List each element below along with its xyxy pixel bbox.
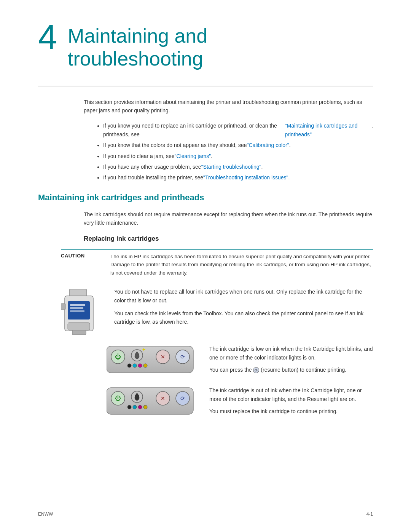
link-clearing-jams[interactable]: "Clearing jams": [175, 152, 211, 160]
svg-point-15: [133, 364, 137, 367]
svg-point-29: [143, 405, 147, 409]
chapter-number: 4: [38, 20, 57, 54]
chapter-header: 4 Maintaining and troubleshooting: [38, 23, 373, 70]
footer-right: 4-1: [366, 511, 373, 517]
cartridge-svg: [61, 289, 99, 337]
panel1-text: The ink cartridge is low on ink when the…: [209, 345, 373, 378]
svg-rect-4: [70, 307, 83, 309]
panel-image-out: ⏻ ✕ ⟳: [107, 386, 198, 417]
panel2-para1: The ink cartridge is out of ink when the…: [209, 386, 373, 403]
list-item: If you need to clear a jam, see "Clearin…: [97, 152, 373, 160]
svg-text:⏻: ⏻: [115, 353, 121, 360]
footer-left: ENWW: [38, 511, 53, 517]
cartridge-para2: You can check the ink levels from the To…: [114, 309, 373, 326]
list-item: If you have any other usage problem, see…: [97, 163, 373, 171]
control-panel-svg-out: ⏻ ✕ ⟳: [107, 386, 194, 416]
panel1-para2: You can press the ⟳ (resume button) to c…: [209, 366, 373, 374]
svg-text:✕: ✕: [161, 354, 165, 360]
svg-point-27: [133, 405, 137, 409]
svg-point-26: [127, 405, 131, 409]
link-starting-troubleshooting[interactable]: "Starting troubleshooting": [201, 163, 261, 171]
cartridge-para1: You do not have to replace all four ink …: [114, 288, 373, 305]
svg-point-17: [143, 364, 147, 367]
svg-text:✕: ✕: [161, 395, 165, 401]
panel-row-low-ink: ⏻ ✦ ✕ ⟳ The ink cartridge i: [107, 345, 373, 378]
svg-point-28: [138, 405, 142, 409]
svg-rect-3: [70, 304, 85, 306]
ink-cartridge-image: [61, 289, 103, 338]
intro-paragraph: This section provides information about …: [84, 98, 373, 115]
svg-rect-6: [68, 323, 90, 330]
panel2-text: The ink cartridge is out of ink when the…: [209, 386, 373, 419]
list-item: If you know that the colors do not appea…: [97, 141, 373, 149]
svg-text:⟳: ⟳: [180, 354, 185, 360]
cartridge-text-block: You do not have to replace all four ink …: [114, 288, 373, 331]
footer: ENWW 4-1: [38, 511, 373, 517]
section1-title: Maintaining ink cartridges and printhead…: [38, 193, 373, 203]
panel-row-out-ink: ⏻ ✕ ⟳ The ink cartridge is out of ink wh…: [107, 386, 373, 419]
panel1-para1: The ink cartridge is low on ink when the…: [209, 345, 373, 362]
caution-text: The ink in HP ink cartridges has been fo…: [110, 249, 373, 277]
section1-body: The ink cartridges should not require ma…: [84, 210, 373, 227]
svg-text:⏻: ⏻: [115, 395, 121, 401]
svg-rect-7: [61, 304, 65, 310]
list-item: If you know you need to replace an ink c…: [97, 121, 373, 139]
svg-text:⟳: ⟳: [180, 395, 185, 401]
caution-label: CAUTION: [61, 253, 85, 259]
panel-image-low: ⏻ ✦ ✕ ⟳: [107, 345, 198, 375]
header-divider: [38, 86, 373, 86]
caution-label-col: CAUTION: [61, 249, 110, 259]
cartridge-section: You do not have to replace all four ink …: [61, 288, 373, 338]
panel2-para2: You must replace the ink cartridge to co…: [209, 407, 373, 415]
chapter-title: Maintaining and troubleshooting: [68, 25, 207, 70]
svg-rect-5: [70, 310, 84, 312]
subsection1-title: Replacing ink cartridges: [84, 235, 373, 243]
caution-block: CAUTION The ink in HP ink cartridges has…: [61, 249, 373, 277]
link-calibrating-color[interactable]: "Calibrating color": [247, 141, 289, 149]
link-troubleshooting-installation[interactable]: "Troubleshooting installation issues": [203, 173, 288, 182]
resume-icon: ⟳: [253, 367, 259, 373]
svg-point-16: [138, 364, 142, 367]
list-item: If you had trouble installing the printe…: [97, 173, 373, 182]
control-panel-svg-low: ⏻ ✦ ✕ ⟳: [107, 345, 194, 374]
page: 4 Maintaining and troubleshooting This s…: [0, 0, 411, 532]
link-maintaining-ink[interactable]: "Maintaining ink cartridges and printhea…: [285, 121, 372, 139]
svg-text:✦: ✦: [142, 347, 146, 353]
intro-bullet-list: If you know you need to replace an ink c…: [97, 121, 373, 182]
svg-point-14: [127, 364, 131, 367]
svg-rect-8: [72, 330, 86, 335]
